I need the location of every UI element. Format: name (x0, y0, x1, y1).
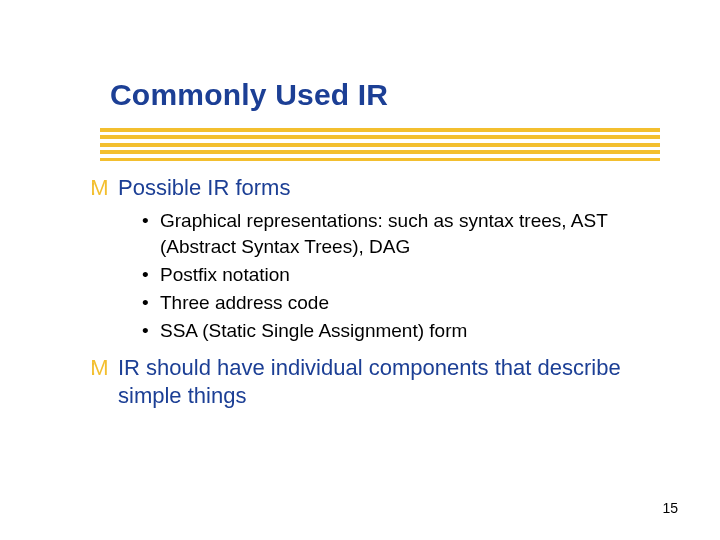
sub-bullet-marker-icon: • (142, 318, 160, 344)
sub-bullet-marker-icon: • (142, 290, 160, 316)
sub-bullet-text: Three address code (160, 290, 329, 316)
bullet-item-1: : M Possible IR forms (90, 174, 650, 202)
bullet-item-2: : M IR should have individual components… (90, 354, 650, 410)
bullet-marker-icon: : M (90, 174, 118, 202)
sub-bullet-item: • SSA (Static Single Assignment) form (142, 318, 650, 344)
sub-bullet-marker-icon: • (142, 262, 160, 288)
title-underline-stripes (100, 128, 660, 162)
bullet-marker-icon: : M (90, 354, 118, 382)
sub-bullet-text: SSA (Static Single Assignment) form (160, 318, 467, 344)
slide: Commonly Used IR : M Possible IR forms •… (0, 0, 720, 540)
sub-bullet-item: • Three address code (142, 290, 650, 316)
bullet-item-text: Possible IR forms (118, 174, 290, 202)
slide-title: Commonly Used IR (110, 78, 388, 112)
content-area: : M Possible IR forms • Graphical repres… (90, 174, 650, 414)
sub-bullet-item: • Graphical representations: such as syn… (142, 208, 650, 260)
sub-bullet-marker-icon: • (142, 208, 160, 234)
sub-bullet-list: • Graphical representations: such as syn… (142, 208, 650, 344)
sub-bullet-item: • Postfix notation (142, 262, 650, 288)
page-number: 15 (662, 500, 678, 516)
bullet-item-text: IR should have individual components tha… (118, 354, 650, 410)
sub-bullet-text: Graphical representations: such as synta… (160, 208, 650, 260)
sub-bullet-text: Postfix notation (160, 262, 290, 288)
